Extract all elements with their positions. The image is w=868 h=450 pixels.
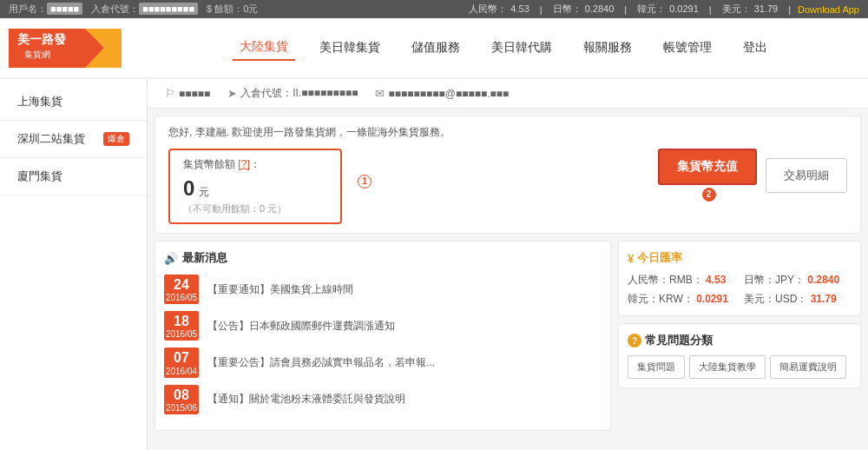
exchange-section: ¥ 今日匯率 人民幣：RMB： 4.53 日幣：JPY： 0.2840 — [618, 241, 861, 316]
faq-btn-shipping[interactable]: 簡易運費說明 — [770, 355, 846, 379]
sidebar: 上海集貨 深圳二站集貨 爆倉 廈門集貨 — [0, 79, 148, 450]
sidebar-item-shenzhen[interactable]: 深圳二站集貨 爆倉 — [0, 121, 147, 158]
rmb-label: 人民幣：RMB： — [628, 274, 703, 286]
exchange-rmb: 人民幣：RMB： 4.53 — [628, 273, 735, 288]
news-text-3[interactable]: 【重要公告】請會員務必誠實申報品名，若申報... — [207, 355, 435, 370]
email-icon: ✉ — [375, 87, 385, 100]
nav-item-us-japan-korea[interactable]: 美日韓集貨 — [312, 36, 387, 60]
news-text-4[interactable]: 【通知】關於電池粉末液體委託與發貨說明 — [207, 392, 405, 407]
rmb-value: 4.53 — [706, 274, 726, 286]
rmb-rate: 人民幣：4.53 — [467, 3, 530, 16]
sidebar-item-shanghai-label: 上海集貨 — [17, 94, 62, 109]
user-icon: ⚐ — [165, 87, 175, 100]
speaker-icon: 🔊 — [164, 252, 178, 265]
balance-help-link[interactable]: [?] — [238, 158, 249, 170]
faq-title: ? 常見問題分類 — [628, 333, 852, 348]
nav-item-customs[interactable]: 報關服務 — [576, 36, 639, 60]
divider2: | — [624, 4, 627, 15]
news-badge-3: 07 2016/04 — [164, 347, 199, 377]
sidebar-item-xiamen-label: 廈門集貨 — [17, 169, 62, 184]
user-info-warehouse: ➤ 入倉代號：II.■■■■■■■■■ — [227, 86, 358, 101]
topup-button[interactable]: 集貨幣充值 — [658, 149, 757, 185]
news-day-3: 07 — [164, 349, 199, 366]
warehouse-value: ■■■■■■■■■ — [139, 3, 198, 15]
logo-area: 美一路發 集貨網 — [9, 24, 148, 72]
balance-box: 集貨幣餘額 [?]： 0 元 （不可動用餘額：0 元） — [168, 149, 342, 224]
exchange-krw: 韓元：KRW： 0.0291 — [628, 292, 735, 307]
user-info-username: ⚐ ■■■■■ — [165, 87, 210, 100]
nav-item-logout[interactable]: 登出 — [736, 36, 774, 60]
faq-help-icon: ? — [628, 334, 641, 347]
jpy-value: 0.2840 — [807, 274, 839, 286]
krw-rate: 韓元：0.0291 — [635, 3, 700, 16]
divider4: | — [788, 4, 791, 15]
exchange-jpy: 日幣：JPY： 0.2840 — [744, 273, 852, 288]
nav-item-account[interactable]: 帳號管理 — [656, 36, 719, 60]
nav-item-topup[interactable]: 儲值服務 — [404, 36, 467, 60]
news-badge-1: 24 2016/05 — [164, 275, 199, 304]
news-item-3: 07 2016/04 【重要公告】請會員務必誠實申報品名，若申報... — [164, 347, 602, 377]
exchange-title: ¥ 今日匯率 — [628, 250, 852, 266]
balance-label: $ 餘額：0元 — [207, 3, 258, 16]
news-badge-4: 08 2015/06 — [164, 385, 199, 414]
jpy-label: 日幣：JPY： — [744, 274, 805, 286]
faq-btn-collection[interactable]: 集貨問題 — [628, 355, 685, 379]
displayed-username: ■■■■■ — [179, 88, 210, 100]
user-info-email: ✉ ■■■■■■■■■@■■■■■.■■■ — [375, 87, 509, 100]
displayed-email: ■■■■■■■■■@■■■■■.■■■ — [388, 88, 509, 100]
faq-buttons: 集貨問題 大陸集貨教學 簡易運費說明 — [628, 355, 852, 379]
divider1: | — [540, 4, 542, 15]
news-text-1[interactable]: 【重要通知】美國集貨上線時間 — [207, 282, 353, 297]
download-app-link[interactable]: Download App — [798, 4, 859, 15]
news-text-2[interactable]: 【公告】日本郵政國際郵件運費調漲通知 — [207, 319, 395, 334]
jpy-rate: 日幣：0.2840 — [551, 3, 616, 16]
faq-btn-tutorial[interactable]: 大陸集貨教學 — [689, 355, 766, 379]
news-day-4: 08 — [164, 387, 199, 403]
main-nav: 大陸集貨 美日韓集貨 儲值服務 美日韓代購 報關服務 帳號管理 登出 — [148, 35, 859, 61]
main-container: 上海集貨 深圳二站集貨 爆倉 廈門集貨 ⚐ ■■■■■ ➤ 入倉代號：II.■■… — [0, 79, 868, 450]
krw-value: 0.0291 — [696, 293, 728, 305]
welcome-section: 您好, 李建融. 歡迎使用一路發集貨網，一條龍海外集貨服務。 集貨幣餘額 [?]… — [155, 116, 861, 234]
exchange-usd: 美元：USD： 31.79 — [744, 292, 852, 307]
balance-value: 0元 — [243, 3, 258, 14]
news-day-1: 24 — [164, 276, 199, 293]
news-day-2: 18 — [164, 313, 199, 329]
nav-item-mainland[interactable]: 大陸集貨 — [233, 35, 295, 61]
balance-number: 0 — [183, 176, 194, 201]
user-label: 用戶名：■■■■■ — [9, 3, 82, 16]
welcome-text: 您好, 李建融. 歡迎使用一路發集貨網，一條龍海外集貨服務。 — [168, 125, 847, 140]
news-month-1: 2016/05 — [164, 293, 199, 302]
balance-unit: 元 — [199, 185, 209, 200]
news-item-4: 08 2015/06 【通知】關於電池粉末液體委託與發貨說明 — [164, 385, 602, 414]
usd-value: 31.79 — [811, 293, 837, 305]
tag-icon: ➤ — [227, 87, 237, 100]
content-area: ⚐ ■■■■■ ➤ 入倉代號：II.■■■■■■■■■ ✉ ■■■■■■■■■@… — [148, 79, 868, 450]
warehouse-label: 入倉代號：■■■■■■■■■ — [91, 3, 198, 16]
transaction-button[interactable]: 交易明細 — [766, 158, 847, 193]
news-section: 🔊 最新消息 24 2016/05 【重要通知】美國集貨上線時間 18 2016… — [155, 241, 611, 431]
sidebar-item-shenzhen-label: 深圳二站集貨 — [17, 131, 85, 147]
news-item-1: 24 2016/05 【重要通知】美國集貨上線時間 — [164, 275, 602, 304]
krw-label: 韓元：KRW： — [628, 293, 694, 305]
exchange-grid: 人民幣：RMB： 4.53 日幣：JPY： 0.2840 韓元：KRW： 0.0… — [628, 273, 852, 307]
news-title: 🔊 最新消息 — [164, 250, 602, 266]
sidebar-item-xiamen[interactable]: 廈門集貨 — [0, 158, 147, 195]
svg-text:美一路發: 美一路發 — [16, 32, 67, 46]
news-badge-2: 18 2016/05 — [164, 311, 199, 341]
logo-icon: 美一路發 集貨網 — [9, 24, 122, 72]
news-month-2: 2016/05 — [164, 329, 199, 339]
news-month-3: 2016/04 — [164, 367, 199, 376]
top-bar-left: 用戶名：■■■■■ 入倉代號：■■■■■■■■■ $ 餘額：0元 — [9, 3, 258, 16]
displayed-warehouse: 入倉代號：II.■■■■■■■■■ — [240, 86, 358, 101]
sidebar-item-shanghai[interactable]: 上海集貨 — [0, 83, 147, 121]
svg-text:集貨網: 集貨網 — [24, 50, 50, 59]
faq-section: ? 常見問題分類 集貨問題 大陸集貨教學 簡易運費說明 — [618, 323, 861, 388]
balance-label: 集貨幣餘額 [?]： — [183, 157, 327, 172]
username-value: ■■■■■ — [47, 3, 82, 15]
top-bar-right: 人民幣：4.53 | 日幣：0.2840 | 韓元：0.0291 | 美元：31… — [465, 3, 859, 16]
nav-item-purchase[interactable]: 美日韓代購 — [484, 36, 559, 60]
news-month-4: 2015/06 — [164, 403, 199, 413]
news-item-2: 18 2016/05 【公告】日本郵政國際郵件運費調漲通知 — [164, 311, 602, 341]
yen-icon: ¥ — [628, 252, 634, 265]
balance-area-row: 集貨幣餘額 [?]： 0 元 （不可動用餘額：0 元） 1 — [168, 149, 847, 224]
